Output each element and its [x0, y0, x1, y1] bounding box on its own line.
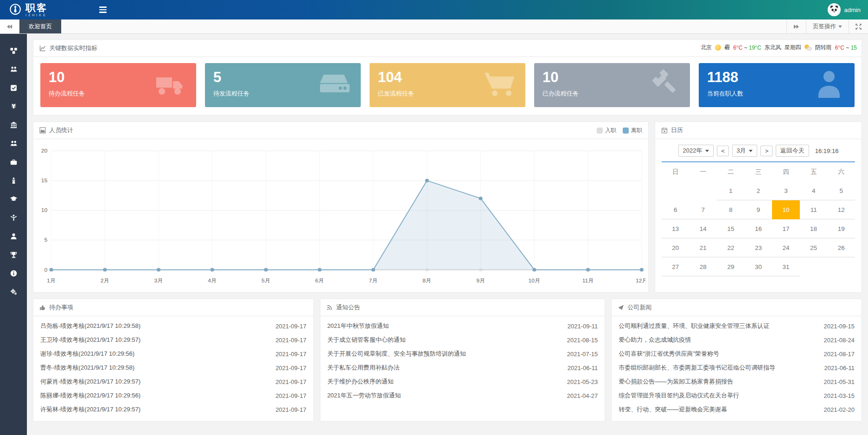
todo-list: 吕尧栋-绩效考核(2021/9/17 10:29:58)2021-09-17王卫… [33, 316, 313, 421]
calendar-date[interactable]: 2 [745, 181, 772, 200]
sidebar-item-info[interactable] [0, 264, 27, 282]
list-item-title[interactable]: 2021年五一劳动节放假通知 [327, 391, 407, 400]
calendar-month-select[interactable]: 3月 [732, 145, 757, 157]
list-item: 关于维护办公秩序的通知2021-05-23 [327, 375, 598, 389]
calendar-next-month-button[interactable]: > [760, 146, 772, 156]
list-item-title[interactable]: 王卫玲-绩效考核(2021/9/17 10:29:57) [40, 336, 146, 344]
notices-title: 通知公告 [336, 303, 360, 312]
todo-panel: 待办事项 吕尧栋-绩效考核(2021/9/17 10:29:58)2021-09… [33, 299, 314, 422]
sidebar-item-settings[interactable] [0, 282, 27, 301]
list-item-title[interactable]: 综合管理提升项目签约及启动仪式在天台举行 [619, 391, 745, 400]
sidebar-item-insurance[interactable] [0, 115, 27, 134]
calendar-prev-month-button[interactable]: < [717, 146, 729, 156]
list-item-title[interactable]: 许菊林-绩效考核(2021/9/17 10:29:57) [40, 405, 146, 414]
calendar-date[interactable]: 17 [772, 219, 800, 238]
calendar-date[interactable]: 22 [717, 238, 745, 257]
calendar-date[interactable]: 12 [827, 200, 855, 219]
calendar-date[interactable]: 19 [827, 219, 855, 238]
list-item-title[interactable]: 曹冬-绩效考核(2021/9/17 10:29:58) [40, 364, 140, 372]
tab-home[interactable]: 欢迎首页 [19, 19, 61, 33]
calendar-date[interactable]: 29 [717, 257, 745, 276]
calendar-date[interactable]: 3 [772, 181, 800, 200]
calendar-date[interactable]: 6 [662, 200, 689, 219]
sidebar-item-speech[interactable] [0, 171, 27, 190]
calendar-date[interactable]: 30 [745, 257, 772, 276]
stat-cards: 10待办流程任务5待发流程任务104已发流程任务10已办流程任务1188当前在职… [33, 57, 862, 115]
calendar-date[interactable]: 10 [772, 200, 800, 219]
app-logo[interactable]: 职客 IZHIKE [0, 3, 74, 17]
calendar-date[interactable]: 4 [800, 181, 828, 200]
list-item-title[interactable]: 谢珍-绩效考核(2021/9/17 10:29:56) [40, 350, 140, 358]
username[interactable]: admin [844, 6, 861, 13]
list-item-title[interactable]: 公司喜获“浙江省优秀供应商”荣誉称号 [619, 350, 725, 358]
sidebar-item-recruitment[interactable] [0, 134, 27, 153]
list-item-title[interactable]: 吕尧栋-绩效考核(2021/9/17 10:29:58) [40, 322, 146, 330]
calendar-date[interactable]: 15 [717, 219, 745, 238]
calendar-date[interactable]: 21 [689, 238, 717, 257]
stat-card-1[interactable]: 5待发流程任务 [205, 63, 361, 107]
list-item-title[interactable]: 爱心捐款公告——为装卸工杨家青募捐报告 [619, 377, 739, 386]
calendar-date[interactable]: 16 [745, 219, 772, 238]
list-item-title[interactable]: 关于成立销管客服中心的通知 [327, 336, 411, 344]
tabs-scroll-right-icon[interactable] [786, 19, 806, 33]
user-avatar[interactable] [828, 3, 841, 16]
list-item-title[interactable]: 转变、行动、突破——迎新晚会完美谢幕 [619, 405, 733, 414]
calendar-date[interactable]: 5 [827, 181, 855, 200]
calendar-date[interactable]: 27 [662, 257, 689, 276]
list-item-title[interactable]: 何蒙肖-绩效考核(2021/9/17 10:29:57) [40, 377, 146, 386]
svg-text:5: 5 [45, 237, 48, 243]
calendar-date[interactable]: 7 [689, 200, 717, 219]
list-item-title[interactable]: 爱心助力，众志成城抗疫情 [619, 336, 696, 344]
sidebar-item-performance[interactable] [0, 245, 27, 264]
sidebar-item-business[interactable] [0, 153, 27, 171]
calendar-date[interactable]: 23 [745, 238, 772, 257]
svg-text:1月: 1月 [47, 277, 56, 284]
list-item-title[interactable]: 关于开展公司规章制度、安全与事故预防培训的通知 [327, 350, 472, 358]
stat-card-3[interactable]: 10已办流程任务 [534, 63, 690, 107]
list-item: 关于成立销管客服中心的通知2021-08-15 [327, 333, 598, 347]
sidebar-item-activity[interactable] [0, 208, 27, 227]
list-item-title[interactable]: 关于私车公用费用补贴办法 [327, 364, 405, 372]
list-item-title[interactable]: 市委组织部副部长、市委两新工委项书记莅临公司调研指导 [619, 364, 781, 372]
calendar-date[interactable]: 8 [717, 200, 745, 219]
sidebar-item-profile[interactable] [0, 227, 27, 245]
calendar-date[interactable]: 20 [662, 238, 689, 257]
sidebar-item-salary[interactable]: ¥ [0, 97, 27, 115]
fullscreen-icon[interactable] [849, 19, 868, 33]
calendar-date[interactable]: 25 [800, 238, 828, 257]
svg-text:3月: 3月 [154, 277, 163, 284]
calendar-date[interactable]: 14 [689, 219, 717, 238]
menu-toggle-icon[interactable] [96, 4, 109, 16]
list-item-title[interactable]: 2021年中秋节放假通知 [327, 322, 395, 330]
calendar-today-button[interactable]: 返回今天 [776, 145, 809, 157]
sidebar-item-organization[interactable] [0, 60, 27, 78]
tabs-scroll-left-icon[interactable] [0, 19, 19, 33]
list-item-title[interactable]: 公司顺利通过质量、环境、职业健康安全管理三体系认证 [619, 322, 775, 330]
sun-icon [715, 45, 721, 51]
calendar-date[interactable]: 31 [772, 257, 800, 276]
sidebar-item-modules[interactable] [0, 41, 27, 60]
calendar-date[interactable]: 9 [745, 200, 772, 219]
list-item-title[interactable]: 关于维护办公秩序的通知 [327, 377, 399, 386]
stat-card-4[interactable]: 1188当前在职人数 [699, 63, 855, 107]
calendar-date[interactable]: 11 [800, 200, 828, 219]
tab-actions-dropdown[interactable]: 页签操作 [806, 19, 849, 33]
calendar-date[interactable]: 18 [800, 219, 828, 238]
calendar-date[interactable]: 28 [689, 257, 717, 276]
svg-text:20: 20 [41, 147, 48, 154]
list-item-title[interactable]: 陈丽娜-绩效考核(2021/9/17 10:29:56) [40, 391, 146, 400]
legend-item-入职[interactable]: 入职 [597, 127, 616, 134]
stat-card-0[interactable]: 10待办流程任务 [40, 63, 196, 107]
calendar-date[interactable]: 13 [662, 219, 689, 238]
calendar-date[interactable]: 26 [827, 238, 855, 257]
paper-plane-icon [618, 304, 624, 311]
calendar-year-select[interactable]: 2022年 [678, 145, 714, 157]
stat-card-2[interactable]: 104已发流程任务 [370, 63, 525, 107]
calendar-date[interactable]: 24 [772, 238, 800, 257]
sidebar-item-attendance[interactable] [0, 78, 27, 97]
calendar-date[interactable]: 1 [717, 181, 745, 200]
sidebar-item-training[interactable] [0, 190, 27, 208]
calendar-panel: 日历 2022年 < 3月 > 返回今天 [655, 122, 862, 293]
list-item: 关于开展公司规章制度、安全与事故预防培训的通知2021-07-15 [327, 347, 598, 361]
legend-item-离职[interactable]: 离职 [623, 127, 642, 134]
